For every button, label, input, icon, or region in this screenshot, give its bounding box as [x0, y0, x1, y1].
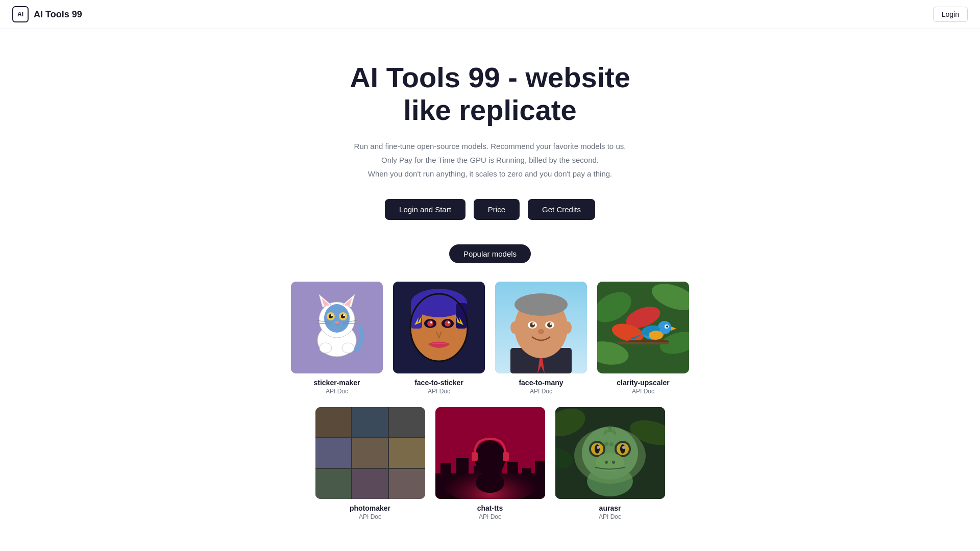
model-api-clarity-upscaler: API Doc [597, 388, 689, 395]
model-name-face-to-many: face-to-many [495, 379, 587, 387]
model-card-face-to-sticker[interactable]: face-to-sticker API Doc [393, 282, 485, 395]
svg-point-104 [597, 446, 600, 449]
svg-point-33 [448, 321, 450, 323]
model-image-face-to-many [495, 282, 587, 373]
model-card-sticker-maker[interactable]: sticker-maker API Doc [291, 282, 383, 395]
subtitle-line2: Only Pay for the Time the GPU is Running… [10, 153, 970, 167]
svg-point-107 [605, 461, 608, 464]
svg-point-108 [612, 461, 615, 464]
svg-point-45 [547, 322, 552, 328]
model-image-clarity-upscaler [597, 282, 689, 373]
svg-point-30 [427, 320, 433, 327]
svg-point-49 [510, 321, 519, 334]
svg-point-47 [550, 323, 552, 325]
model-card-clarity-upscaler[interactable]: clarity-upscaler API Doc [597, 282, 689, 395]
model-image-sticker-maker [291, 282, 383, 373]
login-start-button[interactable]: Login and Start [385, 199, 465, 220]
svg-point-48 [538, 329, 544, 334]
svg-point-44 [530, 322, 535, 328]
model-name-photomaker: photomaker [315, 504, 425, 512]
svg-point-64 [649, 331, 663, 340]
model-card-photomaker[interactable]: photomaker API Doc [315, 407, 425, 520]
subtitle-line3: When you don't run anything, it scales t… [10, 167, 970, 181]
model-name-clarity-upscaler: clarity-upscaler [597, 379, 689, 387]
brand-logo[interactable]: AI AI Tools 99 [12, 6, 82, 22]
model-card-aurasr[interactable]: aurasr API Doc [555, 407, 665, 520]
model-image-face-to-sticker [393, 282, 485, 373]
svg-point-77 [475, 440, 505, 476]
logo-icon: AI [12, 6, 29, 22]
get-credits-button[interactable]: Get Credits [528, 199, 595, 220]
svg-point-94 [604, 442, 608, 446]
svg-point-46 [532, 323, 534, 325]
svg-rect-66 [618, 342, 669, 344]
price-button[interactable]: Price [474, 199, 520, 220]
model-name-sticker-maker: sticker-maker [291, 379, 383, 387]
svg-point-62 [666, 325, 668, 328]
svg-point-32 [430, 321, 432, 323]
model-name-aurasr: aurasr [555, 504, 665, 512]
svg-point-12 [331, 314, 333, 316]
svg-point-105 [622, 446, 625, 449]
svg-point-80 [476, 472, 504, 493]
models-row-2: photomaker API Doc [10, 407, 970, 520]
svg-point-13 [343, 314, 345, 316]
svg-point-19 [320, 343, 332, 353]
model-api-chat-tts: API Doc [435, 513, 545, 520]
model-api-sticker-maker: API Doc [291, 388, 383, 395]
nav-login-button[interactable]: Login [933, 7, 968, 22]
main-content: AI Tools 99 - website like replicate Run… [0, 31, 980, 551]
svg-rect-78 [472, 452, 478, 461]
hero-title-line1: AI Tools 99 - website [350, 61, 630, 93]
hero-title-line2: like replicate [403, 94, 576, 126]
svg-point-14 [335, 321, 339, 324]
brand-name: AI Tools 99 [34, 9, 82, 20]
svg-point-31 [445, 320, 451, 327]
model-name-face-to-sticker: face-to-sticker [393, 379, 485, 387]
model-api-photomaker: API Doc [315, 513, 425, 520]
model-card-face-to-many[interactable]: face-to-many API Doc [495, 282, 587, 395]
svg-point-103 [620, 444, 625, 454]
navbar: AI AI Tools 99 Login [0, 0, 980, 29]
hero-title: AI Tools 99 - website like replicate [10, 61, 970, 127]
popular-models-badge: Popular models [449, 244, 531, 263]
svg-point-41 [514, 293, 568, 316]
models-row-1: sticker-maker API Doc [10, 282, 970, 395]
model-image-aurasr [555, 407, 665, 499]
model-image-chat-tts [435, 407, 545, 499]
logo-icon-text: AI [17, 11, 23, 18]
model-card-chat-tts[interactable]: chat-tts API Doc [435, 407, 545, 520]
svg-point-50 [564, 321, 572, 334]
subtitle-line1: Run and fine-tune open-source models. Re… [10, 139, 970, 153]
model-image-photomaker [315, 407, 425, 499]
svg-point-102 [595, 444, 600, 454]
hero-subtitle: Run and fine-tune open-source models. Re… [10, 139, 970, 181]
svg-point-95 [609, 442, 614, 446]
model-api-aurasr: API Doc [555, 513, 665, 520]
svg-rect-79 [503, 452, 509, 461]
model-name-chat-tts: chat-tts [435, 504, 545, 512]
cta-buttons: Login and Start Price Get Credits [10, 199, 970, 220]
model-api-face-to-sticker: API Doc [393, 388, 485, 395]
model-api-face-to-many: API Doc [495, 388, 587, 395]
svg-point-20 [342, 343, 354, 353]
